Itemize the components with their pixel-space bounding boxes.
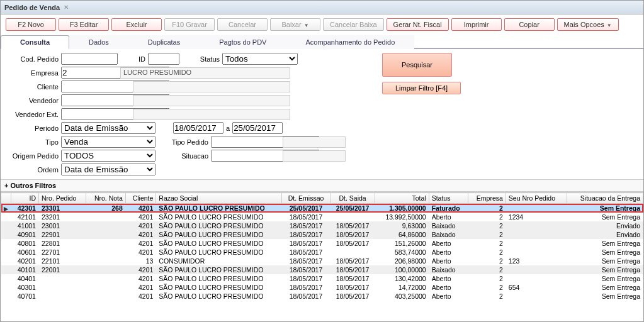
table-row[interactable]: 40801228014201SÃO PAULO LUCRO PRESUMIDO1… bbox=[1, 239, 643, 248]
table-row[interactable]: 404014201SÃO PAULO LUCRO PRESUMIDO18/05/… bbox=[1, 274, 643, 283]
excluir-button[interactable]: Excluir bbox=[111, 18, 162, 31]
periodo-fim-input[interactable] bbox=[232, 122, 283, 134]
cliente-nome bbox=[133, 81, 290, 92]
vendedor-label: Vendedor bbox=[6, 97, 59, 104]
mais-opcoes-button[interactable]: Mais Opcoes▼ bbox=[557, 18, 619, 31]
table-row[interactable]: 402012210113CONSUMIDOR18/05/201718/05/20… bbox=[1, 257, 643, 265]
status-select[interactable]: Todos bbox=[222, 53, 298, 65]
col-cliente[interactable]: Cliente bbox=[125, 193, 156, 204]
pesquisar-button[interactable]: Pesquisar bbox=[382, 53, 452, 77]
tab-acompanhamento[interactable]: Acompanhamento do Pedido bbox=[286, 35, 414, 49]
periodo-tipo-select[interactable]: Data de Emissão bbox=[61, 122, 155, 134]
tab-duplicatas[interactable]: Duplicatas bbox=[128, 35, 200, 49]
table-row[interactable]: 40901229014201SÃO PAULO LUCRO PRESUMIDO1… bbox=[1, 230, 643, 239]
window-title: Pedido de Venda bbox=[4, 4, 60, 11]
tab-pagtos[interactable]: Pagtos do PDV bbox=[200, 35, 286, 49]
table-row[interactable]: 42301233012684201SÃO PAULO LUCRO PRESUMI… bbox=[1, 204, 643, 213]
tab-consulta[interactable]: Consulta bbox=[1, 35, 69, 49]
cliente-label: Cliente bbox=[6, 83, 59, 91]
outros-filtros-header[interactable]: + Outros Filtros bbox=[1, 179, 643, 192]
toolbar: F2 Novo F3 Editar Excluir F10 Gravar Can… bbox=[1, 14, 643, 33]
table-row[interactable]: 40601227014201SÃO PAULO LUCRO PRESUMIDO1… bbox=[1, 248, 643, 257]
orders-grid[interactable]: ID Nro. Pedido Nro. Nota Cliente Razao S… bbox=[1, 192, 643, 301]
col-nro-pedido[interactable]: Nro. Pedido bbox=[38, 193, 86, 204]
tab-dados[interactable]: Dados bbox=[69, 35, 128, 49]
ordem-select[interactable]: Data de Emissão bbox=[61, 164, 155, 175]
tipo-label: Tipo bbox=[6, 138, 59, 146]
col-razao[interactable]: Razao Social bbox=[156, 193, 282, 204]
vendedor-ext-label: Vendedor Ext. bbox=[6, 111, 59, 118]
vendedor-nome bbox=[133, 95, 290, 106]
gravar-button[interactable]: F10 Gravar bbox=[164, 18, 215, 31]
col-status[interactable]: Status bbox=[429, 193, 468, 204]
tipo-select[interactable]: Venda bbox=[61, 136, 155, 148]
chevron-down-icon: ▼ bbox=[607, 23, 612, 28]
table-row[interactable]: 403014201SÃO PAULO LUCRO PRESUMIDO18/05/… bbox=[1, 283, 643, 292]
status-label: Status bbox=[182, 55, 220, 63]
ordem-label: Ordem bbox=[6, 166, 59, 174]
col-id[interactable]: ID bbox=[11, 193, 38, 204]
col-total[interactable]: Total bbox=[375, 193, 429, 204]
copiar-button[interactable]: Copiar bbox=[504, 18, 555, 31]
chevron-down-icon: ▼ bbox=[304, 23, 309, 28]
periodo-ini-input[interactable] bbox=[173, 122, 223, 134]
origem-label: Origem Pedido bbox=[6, 152, 59, 160]
col-emissao[interactable]: Dt. Emissao bbox=[282, 193, 330, 204]
editar-button[interactable]: F3 Editar bbox=[59, 18, 109, 31]
baixar-button[interactable]: Baixar▼ bbox=[270, 18, 320, 31]
cod-pedido-input[interactable] bbox=[61, 53, 118, 65]
table-row[interactable]: 42101232014201SÃO PAULO LUCRO PRESUMIDO1… bbox=[1, 213, 643, 221]
close-icon[interactable]: ✕ bbox=[62, 4, 70, 11]
col-seu-nro[interactable]: Seu Nro Pedido bbox=[506, 193, 567, 204]
vendedor-ext-nome bbox=[133, 109, 290, 120]
empresa-nome: LUCRO PRESUMIDO bbox=[120, 67, 290, 79]
tabs: Consulta Dados Duplicatas Pagtos do PDV … bbox=[1, 35, 643, 49]
table-row[interactable]: 41001230014201SÃO PAULO LUCRO PRESUMIDO1… bbox=[1, 221, 643, 230]
cancelar-button[interactable]: Cancelar bbox=[217, 18, 268, 31]
col-entrega[interactable]: Situacao da Entrega bbox=[567, 193, 643, 204]
periodo-label: Periodo bbox=[6, 125, 59, 132]
cod-pedido-label: Cod. Pedido bbox=[6, 55, 59, 63]
tipo-pedido-label: Tipo Pedido bbox=[158, 138, 208, 146]
col-saida[interactable]: Dt. Saida bbox=[330, 193, 375, 204]
novo-button[interactable]: F2 Novo bbox=[6, 18, 56, 31]
empresa-label: Empresa bbox=[6, 69, 59, 77]
titlebar: Pedido de Venda ✕ bbox=[1, 1, 643, 14]
limpar-filtro-button[interactable]: Limpar Filtro [F4] bbox=[382, 82, 461, 94]
col-empresa[interactable]: Empresa bbox=[468, 193, 506, 204]
imprimir-button[interactable]: Imprimir bbox=[451, 18, 502, 31]
table-row[interactable]: 40101220014201SÃO PAULO LUCRO PRESUMIDO1… bbox=[1, 265, 643, 274]
table-row[interactable]: 407014201SÃO PAULO LUCRO PRESUMIDO18/05/… bbox=[1, 292, 643, 301]
periodo-a-label: a bbox=[226, 125, 230, 132]
col-nro-nota[interactable]: Nro. Nota bbox=[86, 193, 126, 204]
origem-select[interactable]: TODOS bbox=[61, 150, 155, 162]
id-input[interactable] bbox=[148, 53, 179, 65]
gerar-nf-button[interactable]: Gerar Nt. Fiscal bbox=[387, 18, 449, 31]
id-label: ID bbox=[120, 55, 145, 63]
situacao-label: Situacao bbox=[158, 152, 208, 160]
cancelar-baixa-button[interactable]: Cancelar Baixa bbox=[323, 18, 384, 31]
